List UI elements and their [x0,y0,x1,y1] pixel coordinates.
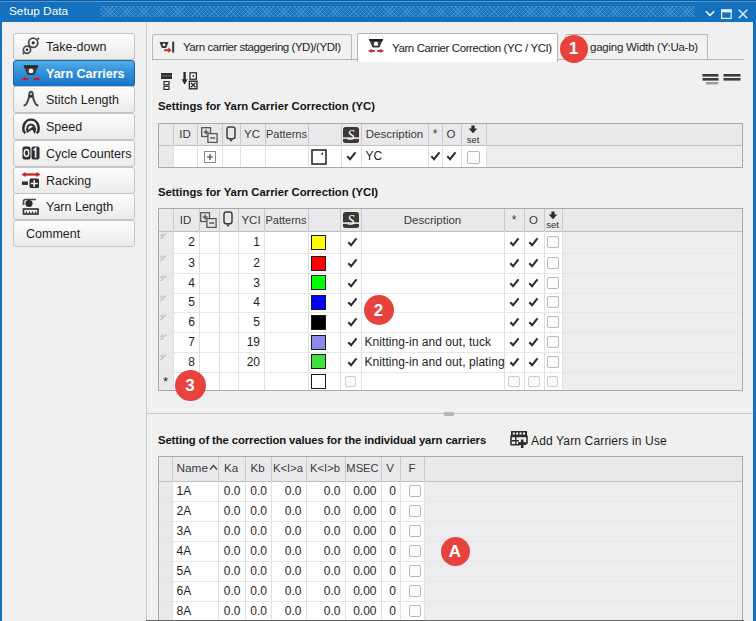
svg-text:S: S [347,212,354,227]
svg-text:S: S [348,127,355,142]
